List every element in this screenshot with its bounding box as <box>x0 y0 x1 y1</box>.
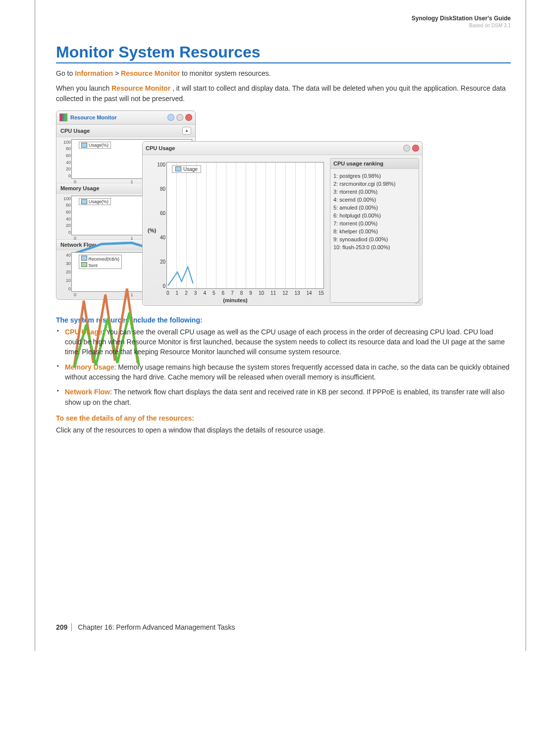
window-title: CPU Usage <box>146 145 401 151</box>
item-text: : You can see the overall CPU usage as w… <box>65 328 505 356</box>
link-resource-monitor: Resource Monitor <box>121 69 180 77</box>
ranking-list: 1: postgres (0.98%) 2: rsrcmonitor.cgi (… <box>330 169 419 254</box>
rank-item: 5: amuled (0.00%) <box>333 205 416 211</box>
rank-item: 7: rtorrent (0.00%) <box>333 220 416 226</box>
rank-item: 3: rtorrent (0.00%) <box>333 189 416 195</box>
line-plot <box>167 162 323 288</box>
chapter-label: Chapter 16: Perform Advanced Management … <box>78 623 235 631</box>
page-footer: 209 Chapter 16: Perform Advanced Managem… <box>56 623 511 631</box>
section-header-cpu[interactable]: CPU Usage ▲ <box>56 124 195 137</box>
collapse-icon[interactable]: ▲ <box>182 127 191 135</box>
section-label: CPU Usage <box>60 128 90 134</box>
text: Go to <box>56 69 75 77</box>
cpu-big-chart[interactable]: Usage <box>166 162 324 289</box>
link-information: Information <box>75 69 113 77</box>
doc-header: Synology DiskStation User's Guide Based … <box>56 15 511 28</box>
resize-handle-icon[interactable] <box>415 298 421 304</box>
resource-list: CPU Usage: You can see the overall CPU u… <box>56 327 511 407</box>
rank-item: 2: rsrcmonitor.cgi (0.98%) <box>333 181 416 187</box>
y-axis-label: (%) <box>148 227 156 233</box>
close-icon[interactable] <box>185 114 192 121</box>
item-label: Memory Usage <box>65 363 114 371</box>
screenshot-area: Resource Monitor CPU Usage ▲ 10080604020… <box>56 110 423 306</box>
subheading-details: To see the details of any of the resourc… <box>56 414 511 422</box>
window-title: Resource Monitor <box>70 114 165 120</box>
item-text: : The network flow chart displays the da… <box>65 388 505 406</box>
list-item: Memory Usage: Memory usage remains high … <box>57 362 511 382</box>
y-ticks: 100806040200 <box>62 196 71 235</box>
page-number: 209 <box>56 623 72 631</box>
intro-para-1: Go to Information > Resource Monitor to … <box>56 68 511 78</box>
x-axis-label: (minutes) <box>144 297 327 303</box>
help-icon[interactable] <box>167 114 174 121</box>
y-ticks: 100806040200 <box>157 162 165 289</box>
y-ticks: 100806040200 <box>62 140 71 178</box>
cpu-big-chart-area: (%) 100806040200 Usage 01234567891011121… <box>144 158 327 303</box>
rank-item: 10: flush-253:0 (0.00%) <box>333 244 416 250</box>
plus-icon[interactable] <box>403 145 410 152</box>
page-title: Monitor System Resources <box>56 43 511 63</box>
doc-title: Synology DiskStation User's Guide <box>56 15 511 22</box>
rank-item: 1: postgres (0.98%) <box>333 173 416 179</box>
y-ticks: 403020100 <box>62 253 71 291</box>
minimize-icon[interactable] <box>176 114 183 121</box>
list-item: Network Flow: The network flow chart dis… <box>57 387 511 407</box>
cpu-usage-window: CPU Usage (%) 100806040200 Usage <box>142 141 423 306</box>
list-item: CPU Usage: You can see the overall CPU u… <box>57 327 511 357</box>
intro-para-2: When you launch Resource Monitor , it wi… <box>56 83 511 104</box>
ranking-title: CPU usage ranking <box>330 159 419 169</box>
item-text: : Memory usage remains high because the … <box>65 363 509 381</box>
doc-subtitle: Based on DSM 3.1 <box>56 23 511 28</box>
app-icon <box>59 113 67 121</box>
close-icon[interactable] <box>412 145 419 152</box>
rank-item: 9: synoaudiod (0.00%) <box>333 236 416 242</box>
titlebar[interactable]: Resource Monitor <box>56 111 195 124</box>
rank-item: 4: scemd (0.00%) <box>333 197 416 203</box>
rank-item: 8: khelper (0.00%) <box>333 228 416 234</box>
cpu-ranking-panel: CPU usage ranking 1: postgres (0.98%) 2:… <box>330 158 419 303</box>
text: to monitor system resources. <box>182 69 271 77</box>
details-para: Click any of the resources to open a win… <box>56 425 511 435</box>
link-resource-monitor-2: Resource Monitor <box>111 84 170 92</box>
item-label: CPU Usage <box>65 328 102 336</box>
text: When you launch <box>56 84 111 92</box>
titlebar[interactable]: CPU Usage <box>143 142 422 155</box>
x-ticks: 0123456789101112131415 <box>166 290 324 296</box>
rank-item: 6: hotplugd (0.00%) <box>333 213 416 218</box>
item-label: Network Flow <box>65 388 110 396</box>
text: > <box>115 69 121 77</box>
